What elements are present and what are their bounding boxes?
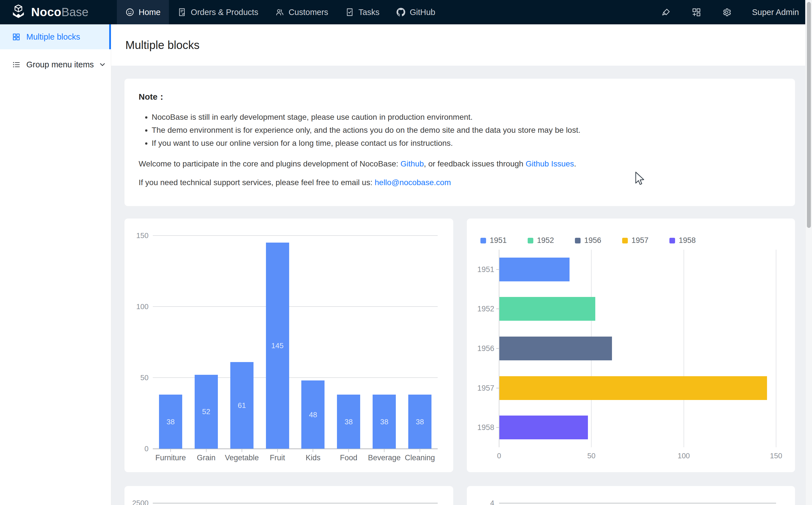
note-bullet: If you want to use our online version fo… [152, 137, 781, 150]
legend-item-1951[interactable]: 1951 [480, 236, 507, 245]
note-heading: Note： [139, 91, 781, 103]
main-menu: HomeOrders & ProductsCustomersTasksGitHu… [117, 0, 444, 24]
x-axis-tick [384, 449, 384, 452]
navbar-right: Super Admin [661, 7, 805, 17]
bar-value-label: 38 [372, 417, 396, 426]
y-axis-tick [496, 309, 499, 309]
legend-item-1957[interactable]: 1957 [622, 236, 648, 245]
scrollbar-thumb[interactable] [807, 2, 811, 228]
bar-furniture[interactable]: 38 [159, 394, 182, 449]
bar-value-label: 48 [301, 410, 324, 419]
legend-marker [575, 238, 581, 243]
bar-kids[interactable]: 48 [301, 380, 324, 449]
note-bullet: The demo environment is for experience o… [152, 124, 781, 137]
y-axis-tick-label: 150 [127, 231, 149, 240]
y-axis-category-label: 1956 [472, 344, 494, 353]
y-axis-category-label: 1958 [472, 423, 494, 432]
bar-value-label: 38 [159, 417, 182, 426]
bar-fruit[interactable]: 145 [266, 242, 289, 449]
legend-item-1952[interactable]: 1952 [528, 236, 554, 245]
x-axis-tick [277, 449, 278, 452]
page-scrollbar[interactable] [805, 0, 812, 505]
user-menu[interactable]: Super Admin [752, 8, 799, 17]
nocobase-logo[interactable]: NocoBase [0, 0, 117, 24]
link-github[interactable]: Github [400, 159, 424, 168]
bar-1958[interactable] [499, 415, 588, 439]
x-axis-category-label: Kids [295, 453, 331, 463]
nav-item-tasks[interactable]: Tasks [337, 0, 388, 24]
y-axis-tick-label: 100 [127, 302, 149, 311]
bar-1956[interactable] [499, 337, 612, 360]
nav-item-home[interactable]: Home [117, 0, 169, 24]
settings-gear-icon[interactable] [722, 7, 732, 17]
x-axis-tick [348, 449, 349, 452]
y-axis-category-label: 1951 [472, 265, 494, 274]
highlighter-icon[interactable] [661, 7, 671, 17]
y-axis-tick-label: 50 [127, 373, 149, 382]
nav-item-customers[interactable]: Customers [267, 0, 337, 24]
legend-label: 1957 [631, 236, 648, 245]
nav-item-github[interactable]: GitHub [388, 0, 444, 24]
bar-cleaning[interactable]: 38 [408, 394, 432, 449]
logo-text-bold: Noco [31, 5, 61, 19]
sidebar-item-group-menu-items[interactable]: Group menu items [0, 52, 111, 77]
page-title: Multiple blocks [125, 39, 200, 51]
bar-value-label: 52 [195, 407, 218, 416]
legend-label: 1958 [679, 236, 696, 245]
plugin-blocks-icon[interactable] [692, 7, 702, 17]
sidebar-item-label: Multiple blocks [26, 32, 80, 42]
x-axis-tick [206, 449, 207, 452]
legend-marker [480, 238, 486, 243]
x-axis-tick-label: 100 [672, 451, 695, 460]
gridline-top [499, 503, 776, 504]
note-bullet: NocoBase is still in early development s… [152, 111, 781, 124]
nav-item-label: Tasks [358, 8, 379, 17]
x-axis-tick [242, 449, 242, 452]
bar-1951[interactable] [499, 258, 569, 281]
x-axis-tick-label: 50 [580, 451, 603, 460]
x-axis-category-label: Food [331, 453, 366, 463]
sidebar-item-label: Group menu items [26, 60, 94, 69]
page-header: Multiple blocks [111, 24, 805, 66]
legend-label: 1956 [584, 236, 601, 245]
main-content: Note： NocoBase is still in early develop… [111, 66, 805, 505]
gridline-100 [153, 306, 438, 307]
legend-marker [528, 238, 533, 243]
vgridline-150 [776, 250, 776, 447]
bar-1957[interactable] [499, 376, 767, 400]
smiley-icon [125, 8, 134, 17]
x-axis-category-label: Cleaning [402, 453, 438, 463]
sidebar-item-multiple-blocks[interactable]: Multiple blocks [0, 24, 111, 49]
bar-beverage[interactable]: 38 [372, 394, 396, 449]
bar-food[interactable]: 38 [337, 394, 360, 449]
nav-item-label: GitHub [410, 8, 435, 17]
nav-item-label: Customers [289, 8, 328, 17]
note-paragraph-welcome: Welcome to participate in the core and p… [139, 158, 781, 170]
gridline-150 [153, 235, 438, 236]
y-axis-tick [496, 269, 499, 270]
y-axis-tick-label: 0 [127, 444, 149, 453]
x-axis-category-label: Furniture [153, 453, 189, 463]
logo-text-light: Base [61, 5, 88, 19]
link-github-issues[interactable]: Github Issues [526, 159, 574, 168]
bar-value-label: 145 [266, 341, 289, 350]
note-card: Note： NocoBase is still in early develop… [124, 79, 795, 206]
y-axis-tick-label: 4 [472, 499, 494, 505]
grid-blocks-icon [12, 32, 21, 41]
legend-label: 1952 [537, 236, 554, 245]
bar-grain[interactable]: 52 [195, 375, 218, 449]
x-axis-tick [420, 449, 420, 452]
orders-doc-icon [178, 8, 187, 17]
nocobase-logo-icon [10, 4, 27, 20]
bar-vegetable[interactable]: 61 [230, 362, 254, 449]
bar-value-label: 61 [230, 401, 254, 409]
y-axis-category-label: 1957 [472, 383, 494, 393]
legend-item-1958[interactable]: 1958 [669, 236, 696, 245]
y-axis-category-label: 1952 [472, 304, 494, 313]
link-hello-nocobase-com[interactable]: hello@nocobase.com [374, 178, 451, 187]
horizontal-bar-chart-card: 0501001501951195219561957195819511952195… [467, 218, 795, 472]
tasks-check-icon [345, 8, 354, 17]
bar-1952[interactable] [499, 297, 595, 321]
nav-item-orders-products[interactable]: Orders & Products [169, 0, 267, 24]
legend-item-1956[interactable]: 1956 [575, 236, 601, 245]
